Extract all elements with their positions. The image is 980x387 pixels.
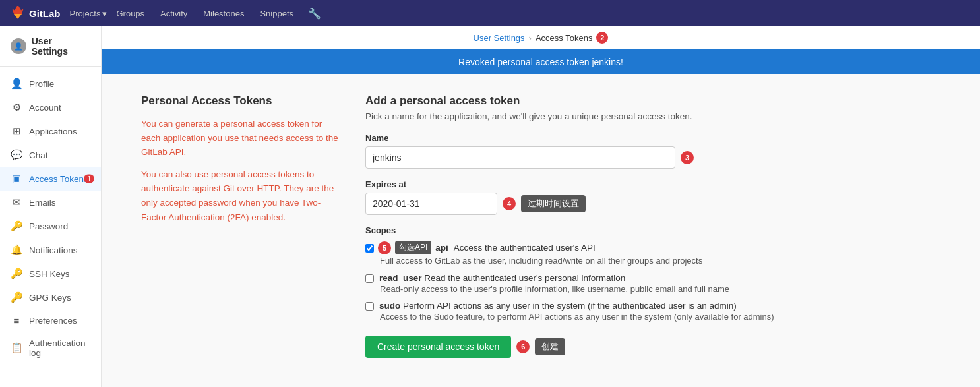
step-indicator-4: 4 <box>503 197 516 210</box>
emails-icon: ✉ <box>11 196 22 208</box>
scope-sudo-checkbox[interactable] <box>365 302 374 311</box>
sidebar-label-profile: Profile <box>29 79 54 89</box>
auth-log-icon: 📋 <box>11 342 22 354</box>
expires-label: Expires at <box>365 179 853 189</box>
right-column: Add a personal access token Pick a name … <box>365 94 853 358</box>
main-content: User Settings › Access Tokens 2 Revoked … <box>102 26 980 387</box>
sidebar-item-applications[interactable]: ⊞ Applications <box>0 119 101 143</box>
scope-sudo-name: sudo <box>379 301 400 311</box>
scope-api-checkbox[interactable] <box>365 244 374 253</box>
chat-icon: 💬 <box>11 149 22 161</box>
left-column: Personal Access Tokens You can generate … <box>141 94 339 358</box>
sidebar-title: User Settings <box>32 36 90 57</box>
access-tokens-badge: 1 <box>84 175 94 183</box>
account-icon: ⚙ <box>11 102 22 113</box>
scope-read-user-desc-short: Read the authenticated user's personal i… <box>424 273 625 283</box>
add-token-title: Add a personal access token <box>365 94 853 107</box>
scope-read-user-label[interactable]: read_user Read the authenticated user's … <box>365 273 853 283</box>
sidebar-item-emails[interactable]: ✉ Emails <box>0 191 101 214</box>
sidebar-label-ssh-keys: SSH Keys <box>29 269 70 279</box>
scope-read-user-text: read_user Read the authenticated user's … <box>379 273 625 283</box>
scope-row-read-user: read_user Read the authenticated user's … <box>365 273 853 296</box>
step-indicator-3: 3 <box>681 151 694 164</box>
password-icon: 🔑 <box>11 220 22 232</box>
pat-desc-1: You can generate a personal access token… <box>141 117 339 160</box>
notifications-icon: 🔔 <box>11 244 22 256</box>
add-token-subtitle: Pick a name for the application, and we'… <box>365 111 853 121</box>
access-tokens-icon: ▣ <box>11 173 22 185</box>
scope-sudo-label[interactable]: sudo Perform API actions as any user in … <box>365 301 853 311</box>
scopes-section: Scopes 5 勾选API api Access the authentica… <box>365 225 853 324</box>
gitlab-icon <box>11 6 25 20</box>
scope-api-inner: 5 勾选API api Access the authenticated use… <box>365 241 853 254</box>
sidebar: 👤 User Settings 👤 Profile ⚙ Account ⊞ Ap… <box>0 26 102 387</box>
top-nav: GitLab Projects ▾ Groups Activity Milest… <box>0 0 980 26</box>
create-zh-annotation: 创建 <box>535 338 565 355</box>
scope-read-user-desc-long: Read-only access to the user's profile i… <box>380 283 853 296</box>
projects-label: Projects <box>70 9 101 18</box>
sidebar-label-access-tokens: Access Tokens <box>29 174 88 184</box>
ssh-icon: 🔑 <box>11 268 22 280</box>
page-layout: 👤 User Settings 👤 Profile ⚙ Account ⊞ Ap… <box>0 26 980 387</box>
breadcrumb-parent[interactable]: User Settings <box>474 33 525 43</box>
create-row: Create personal access token 6 创建 <box>365 336 853 358</box>
step-indicator-2: 2 <box>596 32 608 44</box>
scope-api-name: api <box>435 243 448 253</box>
active-tokens-section: Active Personal Access Tokens (0) This u… <box>102 378 980 388</box>
sidebar-item-preferences[interactable]: ≡ Preferences <box>0 309 101 332</box>
milestones-link[interactable]: Milestones <box>197 0 251 26</box>
expires-zh-annotation: 过期时间设置 <box>521 195 586 212</box>
scope-sudo-text: sudo Perform API actions as any user in … <box>379 301 737 311</box>
profile-icon: 👤 <box>11 78 22 90</box>
pat-desc-2: You can also use personal access tokens … <box>141 167 339 224</box>
sidebar-item-access-tokens[interactable]: ▣ Access Tokens 1 <box>0 167 101 191</box>
sidebar-label-chat: Chat <box>29 150 48 160</box>
name-input[interactable] <box>365 146 675 169</box>
breadcrumb-separator: › <box>529 33 532 43</box>
sidebar-label-gpg-keys: GPG Keys <box>29 293 71 303</box>
name-form-group: Name 3 <box>365 133 853 169</box>
user-avatar: 👤 <box>11 38 26 54</box>
gpg-icon: 🔑 <box>11 291 22 303</box>
step-indicator-5: 5 <box>378 241 391 254</box>
sidebar-label-auth-log: Authentication log <box>29 338 90 358</box>
sidebar-item-ssh-keys[interactable]: 🔑 SSH Keys <box>0 262 101 285</box>
sidebar-label-applications: Applications <box>29 127 77 136</box>
sidebar-item-auth-log[interactable]: 📋 Authentication log <box>0 332 101 364</box>
flash-message: Revoked personal access token jenkins! <box>458 57 623 67</box>
step-indicator-6: 6 <box>516 340 530 353</box>
sidebar-item-account[interactable]: ⚙ Account <box>0 96 101 119</box>
sidebar-item-chat[interactable]: 💬 Chat <box>0 143 101 167</box>
scope-read-user-name: read_user <box>379 273 422 283</box>
expires-form-group: Expires at 4 过期时间设置 <box>365 179 853 215</box>
breadcrumb-text: User Settings › Access Tokens 2 <box>474 32 609 44</box>
content-area: Personal Access Tokens You can generate … <box>102 74 893 378</box>
sidebar-item-notifications[interactable]: 🔔 Notifications <box>0 238 101 262</box>
snippets-link[interactable]: Snippets <box>253 0 300 26</box>
brand-logo[interactable]: GitLab <box>11 6 61 20</box>
name-label: Name <box>365 133 853 143</box>
projects-menu[interactable]: Projects ▾ <box>70 9 107 18</box>
scope-read-user-checkbox[interactable] <box>365 274 374 283</box>
preferences-icon: ≡ <box>11 315 22 326</box>
activity-link[interactable]: Activity <box>154 0 194 26</box>
scope-api-desc-long: Full access to GitLab as the user, inclu… <box>380 254 853 268</box>
applications-icon: ⊞ <box>11 125 22 137</box>
sidebar-item-profile[interactable]: 👤 Profile <box>0 72 101 96</box>
sidebar-item-gpg-keys[interactable]: 🔑 GPG Keys <box>0 285 101 309</box>
sidebar-label-account: Account <box>29 103 61 113</box>
sidebar-header: 👤 User Settings <box>0 26 101 67</box>
expires-input[interactable] <box>365 193 497 215</box>
groups-link[interactable]: Groups <box>109 0 151 26</box>
flash-notice: Revoked personal access token jenkins! <box>102 49 980 74</box>
spanner-icon[interactable]: 🔧 <box>303 7 326 20</box>
sidebar-nav: 👤 Profile ⚙ Account ⊞ Applications 💬 Cha… <box>0 67 101 369</box>
breadcrumb: User Settings › Access Tokens 2 <box>102 26 980 49</box>
sidebar-item-password[interactable]: 🔑 Password <box>0 214 101 238</box>
brand-name: GitLab <box>29 8 61 19</box>
create-token-button[interactable]: Create personal access token <box>365 336 511 358</box>
scope-api-label[interactable]: api Access the authenticated user's API <box>435 243 595 253</box>
scope-row-api: 5 勾选API api Access the authenticated use… <box>365 241 853 268</box>
scope-sudo-desc-short: Perform API actions as any user in the s… <box>403 301 737 311</box>
scope-row-sudo: sudo Perform API actions as any user in … <box>365 301 853 324</box>
